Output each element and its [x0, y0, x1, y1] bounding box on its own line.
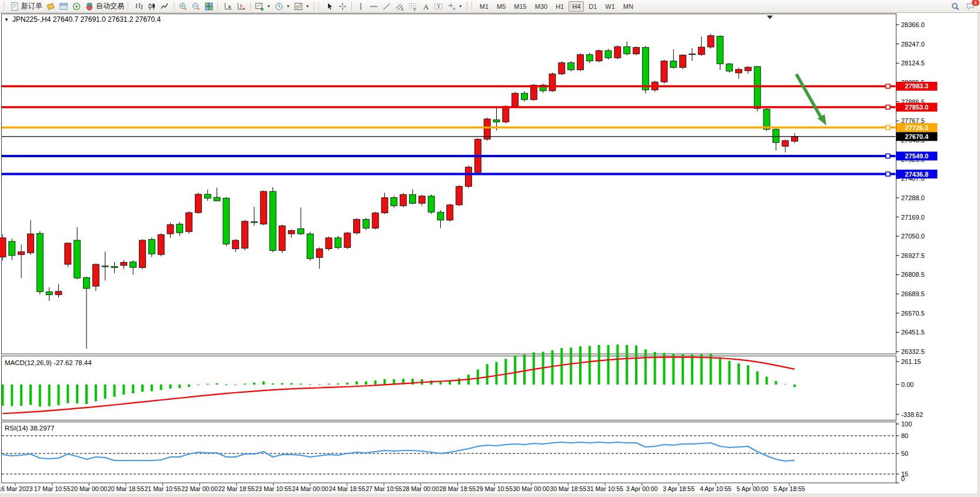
- clock-icon: [274, 2, 284, 11]
- toolbar-right-icons: 1: [949, 1, 977, 12]
- macd-histogram-bar: [160, 385, 162, 390]
- bar-chart-button[interactable]: [132, 1, 145, 12]
- new-order-button[interactable]: 新订单: [8, 1, 44, 12]
- timeframe-button-H4[interactable]: H4: [569, 1, 584, 12]
- toolbar-separator: [250, 2, 251, 11]
- date-label: 5 Apr 00:00: [737, 485, 769, 492]
- candlestick-up: [158, 234, 164, 254]
- line-handle[interactable]: [886, 125, 890, 130]
- macd-histogram-bar: [589, 346, 591, 385]
- vertical-line-tool-button[interactable]: [354, 1, 367, 12]
- macd-histogram-bar: [207, 384, 209, 385]
- candlestick-up: [614, 47, 621, 58]
- crosshair-tool-button[interactable]: [336, 1, 349, 12]
- macd-histogram-bar: [318, 385, 321, 385]
- macd-histogram-bar: [300, 384, 302, 385]
- candlestick-up: [782, 141, 789, 147]
- timeframe-button-W1[interactable]: W1: [602, 1, 619, 12]
- macd-histogram-bar: [635, 346, 637, 385]
- zoom-in-button[interactable]: [177, 1, 190, 12]
- symbol-dropdown-icon[interactable]: ▼: [4, 17, 9, 22]
- tile-windows-button[interactable]: [202, 1, 215, 12]
- rsi-axis-label: 100: [901, 420, 912, 428]
- line-chart-button[interactable]: [158, 1, 171, 12]
- macd-histogram-bar: [57, 385, 59, 405]
- zoom-out-icon: [191, 2, 201, 11]
- timeframe-button-M15[interactable]: M15: [510, 1, 530, 12]
- price-tick-label: 27050.0: [901, 233, 925, 240]
- macd-histogram-bar: [104, 385, 107, 399]
- label-tool-button[interactable]: T: [432, 1, 445, 12]
- macd-histogram-bar: [328, 384, 330, 385]
- timeframe-button-M5[interactable]: M5: [493, 1, 509, 12]
- chart-canvas[interactable]: 28366.028247.028124.528005.527886.527767…: [0, 0, 980, 497]
- macd-histogram-bar: [560, 348, 563, 385]
- macd-histogram-bar: [225, 385, 227, 385]
- macd-axis-label: 0.00: [901, 381, 913, 388]
- candle-chart-icon: [147, 2, 157, 11]
- arrows-tool-button[interactable]: ▼: [445, 1, 464, 12]
- trading-terminal-window: 新订单 自动交易 ▼ ▼ ▼ E F A T ▼: [0, 0, 980, 497]
- macd-histogram-bar: [514, 356, 516, 385]
- macd-indicator-label: MACD(12,26,9) -27.62 78.44: [5, 359, 92, 366]
- auto-scroll-button[interactable]: [222, 1, 235, 12]
- timeframe-button-M1[interactable]: M1: [476, 1, 492, 12]
- text-tool-button[interactable]: A: [419, 1, 432, 12]
- candlestick-chart-button[interactable]: [145, 1, 158, 12]
- channel-tool-button[interactable]: E: [393, 1, 406, 12]
- template-icon: [294, 2, 303, 11]
- macd-histogram-bar: [85, 385, 88, 404]
- svg-text:A: A: [423, 2, 429, 11]
- line-handle[interactable]: [886, 105, 890, 110]
- periods-button[interactable]: ▼: [273, 1, 292, 12]
- price-tick-label: 26451.5: [901, 329, 925, 336]
- date-label: 29 Mar 10:55: [476, 485, 513, 492]
- tile-windows-icon: [204, 2, 214, 11]
- timeframe-button-H1[interactable]: H1: [552, 1, 567, 12]
- candlestick-up: [792, 137, 798, 141]
- trend-arrow-annotation[interactable]: [796, 74, 823, 121]
- timeframe-button-MN[interactable]: MN: [620, 1, 637, 12]
- price-tick-label: 26689.5: [901, 290, 925, 297]
- candlestick-up: [55, 291, 62, 295]
- notifications-button[interactable]: 1: [964, 1, 977, 12]
- signals-button[interactable]: [70, 1, 83, 12]
- fibonacci-tool-button[interactable]: F: [406, 1, 419, 12]
- candlestick-up: [372, 213, 378, 228]
- gold-book-icon: [46, 2, 55, 11]
- data-window-button[interactable]: [57, 1, 70, 12]
- line-handle[interactable]: [886, 84, 890, 88]
- price-label: 27983.3: [905, 82, 929, 90]
- new-chart-button[interactable]: ▼: [253, 1, 273, 12]
- price-tick-label: 27288.0: [901, 194, 925, 201]
- macd-histogram-bar: [197, 385, 200, 385]
- toolbar-separator: [351, 2, 352, 11]
- new-order-label: 新订单: [21, 1, 42, 11]
- auto-trading-icon: [85, 2, 94, 11]
- templates-button[interactable]: ▼: [292, 1, 311, 12]
- horizontal-line-tool-button[interactable]: [367, 1, 380, 12]
- search-button[interactable]: [949, 1, 962, 12]
- price-label: 27436.8: [905, 171, 929, 178]
- cursor-tool-button[interactable]: [323, 1, 336, 12]
- timeframe-button-M30[interactable]: M30: [531, 1, 551, 12]
- chart-shift-marker[interactable]: [767, 16, 773, 19]
- line-handle[interactable]: [886, 172, 890, 176]
- chart-shift-button[interactable]: [235, 1, 248, 12]
- cursor-icon: [325, 2, 334, 11]
- macd-histogram-bar: [281, 383, 283, 385]
- macd-histogram-bar: [141, 385, 144, 392]
- trendline-tool-button[interactable]: [380, 1, 393, 12]
- market-watch-button[interactable]: [44, 1, 57, 12]
- macd-histogram-bar: [253, 383, 255, 385]
- zoom-out-button[interactable]: [190, 1, 202, 12]
- price-tick-label: 26927.5: [901, 252, 925, 259]
- line-handle[interactable]: [886, 154, 890, 158]
- auto-trading-button[interactable]: 自动交易: [83, 1, 126, 12]
- macd-histogram-bar: [626, 345, 628, 385]
- price-tick-label: 28124.5: [901, 59, 925, 67]
- macd-histogram-bar: [151, 385, 153, 391]
- timeframe-button-D1[interactable]: D1: [585, 1, 600, 12]
- candlestick-down: [335, 238, 341, 247]
- candlestick-up: [503, 107, 509, 122]
